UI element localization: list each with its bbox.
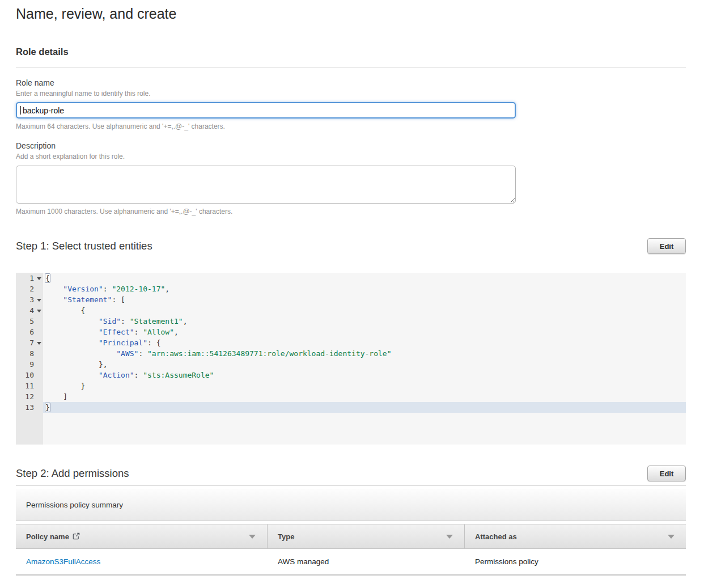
editor-code-line[interactable]: { <box>45 273 686 284</box>
policy-name-header-label: Policy name <box>26 532 69 541</box>
editor-line-number: 8 <box>16 348 43 359</box>
editor-line-number: 2 <box>16 284 43 294</box>
role-name-field: Role name Enter a meaningful name to ide… <box>16 78 686 130</box>
editor-code-line[interactable]: "Sid": "Statement1", <box>45 316 686 327</box>
column-header-policy-name[interactable]: Policy name <box>16 524 268 548</box>
policy-name-cell: AmazonS3FullAccess <box>16 557 268 566</box>
description-field: Description Add a short explanation for … <box>16 141 686 215</box>
role-details-heading: Role details <box>16 46 686 57</box>
editor-line-number: 12 <box>16 391 43 402</box>
role-name-label: Role name <box>16 78 686 87</box>
filter-dropdown-icon[interactable] <box>249 535 256 539</box>
editor-code-line[interactable]: "Version": "2012-10-17", <box>45 284 686 294</box>
editor-line-number: 10 <box>16 370 43 380</box>
step1-header: Step 1: Select trusted entities Edit <box>16 238 686 254</box>
role-name-input[interactable] <box>16 102 516 119</box>
editor-code-line[interactable]: } <box>45 380 686 391</box>
editor-line-number: 5 <box>16 316 43 327</box>
step2-heading: Step 2: Add permissions <box>16 466 129 481</box>
text-cursor-caret <box>20 106 21 115</box>
editor-code-line[interactable]: ] <box>45 391 686 402</box>
editor-line-number: 11 <box>16 380 43 391</box>
editor-code-line[interactable]: } <box>43 402 686 413</box>
column-header-type[interactable]: Type <box>268 524 465 548</box>
description-constraint: Maximum 1000 characters. Use alphanumeri… <box>16 208 686 215</box>
description-help: Add a short explanation for this role. <box>16 153 686 160</box>
filter-dropdown-icon[interactable] <box>668 535 675 539</box>
editor-line-number[interactable]: 7 <box>16 337 43 348</box>
editor-code-line[interactable]: "Effect": "Allow", <box>45 327 686 337</box>
role-name-input-wrap <box>16 102 516 119</box>
editor-code-line[interactable]: "Statement": [ <box>45 294 686 305</box>
step2-header: Step 2: Add permissions Edit <box>16 466 686 481</box>
role-name-help: Enter a meaningful name to identify this… <box>16 90 686 98</box>
editor-code-line[interactable]: "Principal": { <box>45 337 686 348</box>
step1-edit-button[interactable]: Edit <box>647 238 686 254</box>
filter-dropdown-icon[interactable] <box>446 535 453 539</box>
policy-name-link[interactable]: AmazonS3FullAccess <box>26 557 100 566</box>
editor-gutter: 12345678910111213 <box>16 273 43 445</box>
step2-edit-button[interactable]: Edit <box>647 466 686 481</box>
permissions-panel-title: Permissions policy summary <box>26 501 123 509</box>
name-review-create-page: Name, review, and create Role details Ro… <box>0 6 704 576</box>
external-link-icon <box>73 532 80 542</box>
editor-line-number: 6 <box>16 327 43 337</box>
editor-code-line[interactable]: }, <box>45 359 686 370</box>
editor-line-number: 9 <box>16 359 43 370</box>
column-header-attached-as[interactable]: Attached as <box>465 524 686 548</box>
editor-line-number: 13 <box>16 402 43 413</box>
editor-code-line[interactable]: "Action": "sts:AssumeRole" <box>45 370 686 380</box>
editor-line-number[interactable]: 4 <box>16 305 43 316</box>
permissions-panel-header: Permissions policy summary <box>16 489 686 521</box>
page-title: Name, review, and create <box>16 6 686 22</box>
editor-code-line[interactable]: "AWS": "arn:aws:iam::541263489771:role/w… <box>45 348 686 359</box>
editor-code-line[interactable]: { <box>45 305 686 316</box>
description-label: Description <box>16 141 686 150</box>
trust-policy-json-editor[interactable]: 12345678910111213 { "Version": "2012-10-… <box>16 273 686 445</box>
editor-line-number[interactable]: 3 <box>16 294 43 305</box>
type-header-label: Type <box>278 532 294 541</box>
role-details-divider <box>16 67 686 67</box>
step1-heading: Step 1: Select trusted entities <box>16 238 152 254</box>
role-name-constraint: Maximum 64 characters. Use alphanumeric … <box>16 122 686 130</box>
editor-line-number[interactable]: 1 <box>16 273 43 284</box>
description-textarea[interactable] <box>16 166 516 204</box>
policy-attached-as-cell: Permissions policy <box>465 557 686 566</box>
policy-table-row: AmazonS3FullAccess AWS managed Permissio… <box>16 549 686 576</box>
attached-as-header-label: Attached as <box>475 532 517 541</box>
step2-divider <box>16 485 686 486</box>
permissions-table-header: Policy name Type Attached as <box>16 524 686 549</box>
policy-type-cell: AWS managed <box>268 557 465 566</box>
editor-content: { "Version": "2012-10-17", "Statement": … <box>43 273 686 445</box>
